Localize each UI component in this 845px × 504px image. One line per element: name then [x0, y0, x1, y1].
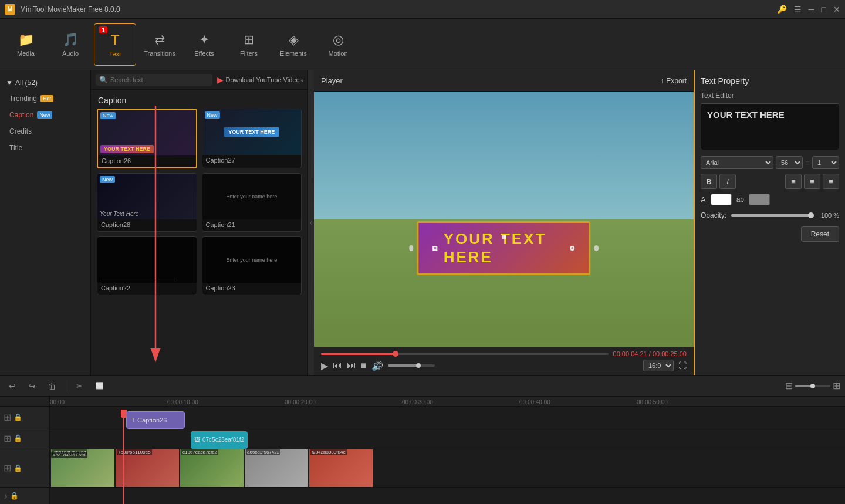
player-title: Player	[321, 76, 343, 85]
aspect-ratio-select[interactable]: 16:9 9:16 4:3 1:1	[643, 360, 674, 371]
sidebar: ▼ All (52) Trending Hot Caption New Cred…	[0, 70, 91, 375]
opacity-slider[interactable]	[731, 214, 811, 217]
track-labels: ⊞ 🔒 ⊞ 🔒 ⊞ 🔒 ♪ 🔒	[0, 397, 50, 504]
delete-button[interactable]: 🗑	[45, 378, 60, 394]
preview-area: Player ↑ Export	[314, 70, 694, 375]
text-editor-label: Text Editor	[701, 92, 839, 100]
media-track-item[interactable]: 🖼 07c5c23eaf81f2	[191, 431, 248, 449]
caption-card-caption22[interactable]: Caption22	[97, 236, 197, 295]
minimize-btn[interactable]: ─	[809, 5, 814, 14]
zoom-slider[interactable]	[795, 385, 830, 387]
audio-track-lock-icon[interactable]: 🔒	[10, 492, 19, 500]
media-track-add-icon[interactable]: ⊞	[4, 433, 11, 444]
line-spacing-select[interactable]: 1 1.5 2	[812, 156, 839, 169]
ruler-tick-area: 00:00 00:00:10:00 00:00:20:00 00:00:30:0…	[50, 397, 845, 406]
ruler-mark-40: 00:00:40:00	[519, 399, 550, 405]
caption-track-item[interactable]: T Caption26	[126, 411, 185, 429]
align-right-button[interactable]: ≡	[823, 174, 839, 189]
bg-color-swatch[interactable]	[749, 194, 770, 205]
key-icon[interactable]: 🔑	[777, 5, 787, 14]
volume-thumb	[416, 363, 421, 368]
transitions-icon: ⇄	[154, 32, 165, 48]
download-label: Download YouTube Videos	[226, 76, 303, 83]
download-youtube-btn[interactable]: ▶ Download YouTube Videos	[217, 75, 303, 84]
toolbar-filters[interactable]: ⊞ Filters	[228, 23, 270, 66]
sidebar-item-title[interactable]: Title	[0, 140, 90, 156]
video-thumb-5[interactable]: f2842b3933f84e	[309, 449, 373, 488]
sidebar-item-credits[interactable]: Credits	[0, 123, 90, 140]
video-track-lock-icon[interactable]: 🔒	[13, 464, 22, 472]
toolbar-elements-label: Elements	[280, 50, 307, 57]
caption-card-caption26[interactable]: New YOUR TEXT HERE Caption26	[97, 109, 197, 168]
handle-dot-right	[594, 245, 599, 251]
caption-card-caption27[interactable]: New YOUR TEXT HERE Caption27	[202, 109, 302, 168]
sidebar-item-trending[interactable]: Trending Hot	[0, 90, 90, 107]
prev-frame-button[interactable]: ⏮	[333, 360, 342, 371]
cut-button[interactable]: ✂	[72, 378, 87, 394]
redo-button[interactable]: ↪	[25, 378, 40, 394]
video-thumb-4[interactable]: a66cd3f967422	[245, 449, 308, 488]
toolbar-audio[interactable]: 🎵 Audio	[49, 23, 92, 66]
text-editor-box[interactable]: YOUR TEXT HERE	[701, 103, 839, 150]
align-center-button[interactable]: ≡	[804, 174, 820, 189]
caption27-new-badge: New	[205, 111, 220, 119]
zoom-in-button[interactable]: ⊞	[833, 380, 840, 391]
caption23-preview: Enter your name here	[202, 237, 302, 283]
audio-track-label-row: ♪ 🔒	[0, 488, 49, 504]
stop-button[interactable]: ■	[361, 360, 367, 371]
next-frame-button[interactable]: ⏭	[347, 360, 356, 371]
restore-btn[interactable]: □	[822, 5, 826, 14]
all-arrow: ▼	[6, 79, 13, 87]
bold-button[interactable]: B	[701, 174, 717, 189]
reset-button[interactable]: Reset	[801, 226, 839, 242]
caption-card-caption21[interactable]: Enter your name here Caption21	[202, 173, 302, 232]
split-button[interactable]: ⬜	[92, 378, 107, 394]
timeline: ↩ ↪ 🗑 ✂ ⬜ ⊟ ⊞ ⊞ 🔒 ⊞	[0, 375, 845, 504]
sidebar-all[interactable]: ▼ All (52)	[0, 75, 90, 90]
font-select[interactable]: Arial Times New Roman Helvetica	[701, 156, 773, 169]
toolbar-transitions[interactable]: ⇄ Transitions	[138, 23, 181, 66]
video-track: 4ba1d4f7617ed 4ba1d4f7617ed 7e00f651109e…	[50, 449, 845, 488]
toolbar-motion-label: Motion	[328, 50, 347, 57]
align-left-button[interactable]: ≡	[785, 174, 802, 189]
toolbar-media[interactable]: 📁 Media	[5, 23, 47, 66]
timeline-ruler: 00:00 00:00:10:00 00:00:20:00 00:00:30:0…	[50, 397, 845, 407]
caption-track-add-icon[interactable]: ⊞	[4, 412, 11, 423]
text-icon: T	[111, 32, 120, 48]
video-thumb-3[interactable]: c1367eaca7efc2	[180, 449, 244, 488]
toolbar-elements[interactable]: ◈ Elements	[272, 23, 315, 66]
video-thumb-2[interactable]: 7e00f651109e5	[116, 449, 179, 488]
toolbar-motion[interactable]: ◎ Motion	[317, 23, 359, 66]
caption-card-caption23[interactable]: Enter your name here Caption23	[202, 236, 302, 295]
caption26-label: Caption26	[98, 155, 196, 167]
caption-track-lock-icon[interactable]: 🔒	[13, 413, 22, 421]
font-color-swatch[interactable]	[711, 194, 732, 205]
progress-bar[interactable]	[321, 353, 609, 355]
search-icon: 🔍	[99, 76, 108, 84]
undo-button[interactable]: ↩	[5, 378, 20, 394]
play-button[interactable]: ▶	[321, 360, 328, 371]
italic-button[interactable]: I	[719, 174, 736, 189]
toolbar-text[interactable]: 1 T Text	[94, 23, 136, 66]
volume-icon[interactable]: 🔊	[371, 360, 383, 371]
video-2-file-tag: 7e00f651109e5	[117, 449, 152, 455]
collapse-handle[interactable]: ‹	[308, 70, 314, 375]
caption-card-caption28[interactable]: New Your Text Here Caption28	[97, 173, 197, 232]
video-track-add-icon[interactable]: ⊞	[4, 462, 11, 473]
search-box[interactable]: 🔍	[96, 74, 212, 86]
sidebar-item-caption[interactable]: Caption New	[0, 107, 90, 123]
volume-slider[interactable]	[388, 364, 435, 367]
menu-icon[interactable]: ☰	[794, 5, 802, 14]
export-icon: ↑	[660, 77, 664, 85]
search-input[interactable]	[110, 76, 209, 83]
toolbar-effects[interactable]: ✦ Effects	[183, 23, 225, 66]
zoom-out-button[interactable]: ⊟	[785, 380, 793, 391]
toolbar-audio-label: Audio	[62, 50, 79, 57]
main-layout: ▼ All (52) Trending Hot Caption New Cred…	[0, 70, 845, 375]
export-button[interactable]: ↑ Export	[660, 77, 687, 85]
media-track-lock-icon[interactable]: 🔒	[13, 434, 22, 442]
font-size-select[interactable]: 56 48 36 72	[776, 156, 803, 169]
caption26-preview: New YOUR TEXT HERE	[98, 110, 196, 155]
fullscreen-button[interactable]: ⛶	[678, 361, 687, 370]
close-btn[interactable]: ✕	[833, 5, 840, 14]
